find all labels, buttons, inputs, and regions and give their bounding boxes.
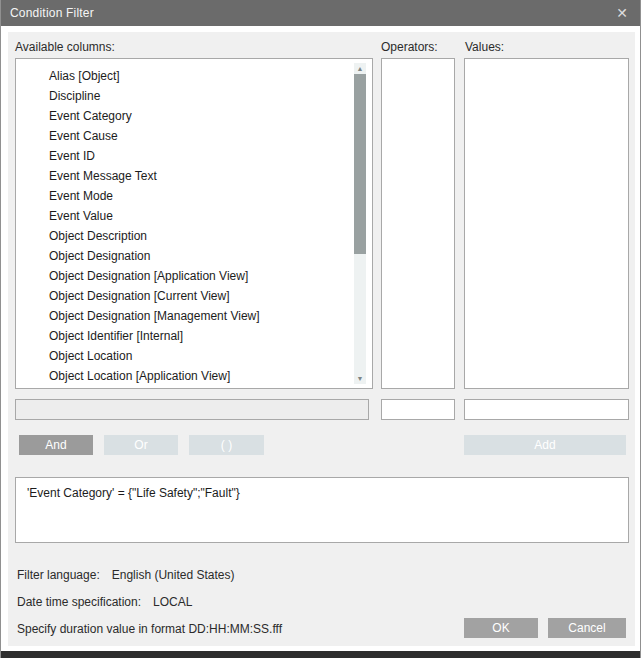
title-bar: Condition Filter ✕	[1, 0, 640, 26]
list-item[interactable]: Object Description	[16, 226, 372, 246]
date-time-specification-line: Date time specification:LOCAL	[17, 595, 192, 609]
parentheses-button[interactable]: ( )	[189, 435, 264, 455]
condition-expression: 'Event Category' = {"Life Safety";"Fault…	[27, 486, 240, 500]
scroll-down-icon[interactable]: ▼	[354, 373, 366, 384]
window-bottom-edge	[1, 649, 640, 658]
available-columns-label: Available columns:	[15, 40, 115, 54]
date-time-label: Date time specification:	[17, 595, 141, 609]
operators-list[interactable]	[381, 58, 455, 389]
list-item[interactable]: Object Location [Application View]	[16, 366, 372, 386]
list-item[interactable]: Event Value	[16, 206, 372, 226]
and-button[interactable]: And	[19, 435, 93, 455]
condition-filter-dialog: { "window": { "title": "Condition Filter…	[0, 0, 641, 658]
list-item[interactable]: Object Designation [Management View]	[16, 306, 372, 326]
list-item[interactable]: Event Cause	[16, 126, 372, 146]
values-list[interactable]	[464, 58, 629, 389]
scrollbar-thumb[interactable]	[354, 74, 366, 254]
scrollbar[interactable]: ▲ ▼	[354, 63, 366, 384]
condition-expression-box[interactable]: 'Event Category' = {"Life Safety";"Fault…	[15, 477, 629, 543]
operators-label: Operators:	[381, 40, 438, 54]
list-item[interactable]: Object Designation [Application View]	[16, 266, 372, 286]
ok-button[interactable]: OK	[464, 618, 538, 638]
list-item[interactable]: Event ID	[16, 146, 372, 166]
date-time-value: LOCAL	[153, 595, 192, 609]
list-item[interactable]: Alias [Object]	[16, 66, 372, 86]
duration-format-hint: Specify duration value in format DD:HH:M…	[17, 622, 282, 636]
column-search-input	[15, 399, 369, 420]
available-columns-list[interactable]: Alias [Object]DisciplineEvent CategoryEv…	[15, 58, 373, 389]
dialog-body: Available columns: Operators: Values: Al…	[8, 32, 635, 646]
filter-language-line: Filter language:English (United States)	[17, 568, 234, 582]
list-item[interactable]: Event Mode	[16, 186, 372, 206]
list-item[interactable]: Object Location	[16, 346, 372, 366]
list-item[interactable]: Object Designation [Current View]	[16, 286, 372, 306]
value-input[interactable]	[464, 399, 629, 420]
operator-input[interactable]	[381, 399, 455, 420]
or-button[interactable]: Or	[104, 435, 178, 455]
list-item[interactable]: Event Category	[16, 106, 372, 126]
scroll-up-icon[interactable]: ▲	[354, 63, 366, 74]
available-columns-items: Alias [Object]DisciplineEvent CategoryEv…	[16, 59, 372, 386]
cancel-button[interactable]: Cancel	[548, 618, 626, 638]
close-icon[interactable]: ✕	[608, 0, 636, 26]
list-item[interactable]: Object Designation	[16, 246, 372, 266]
list-item[interactable]: Discipline	[16, 86, 372, 106]
list-item[interactable]: Object Identifier [Internal]	[16, 326, 372, 346]
add-button[interactable]: Add	[464, 435, 626, 455]
window-title: Condition Filter	[1, 6, 94, 20]
values-label: Values:	[465, 40, 504, 54]
filter-language-value: English (United States)	[112, 568, 235, 582]
list-item[interactable]: Event Message Text	[16, 166, 372, 186]
filter-language-label: Filter language:	[17, 568, 100, 582]
